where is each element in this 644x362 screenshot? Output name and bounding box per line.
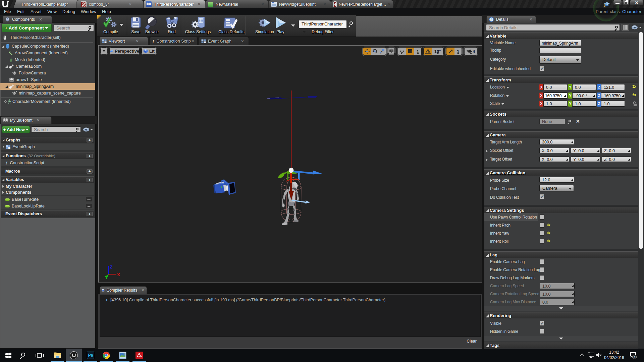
svg-text:1: 1: [634, 356, 636, 359]
svg-text:i: i: [491, 18, 492, 21]
svg-text:X: X: [117, 272, 120, 277]
svg-text:Y: Y: [105, 275, 108, 280]
svg-text:Z: Z: [110, 264, 112, 269]
